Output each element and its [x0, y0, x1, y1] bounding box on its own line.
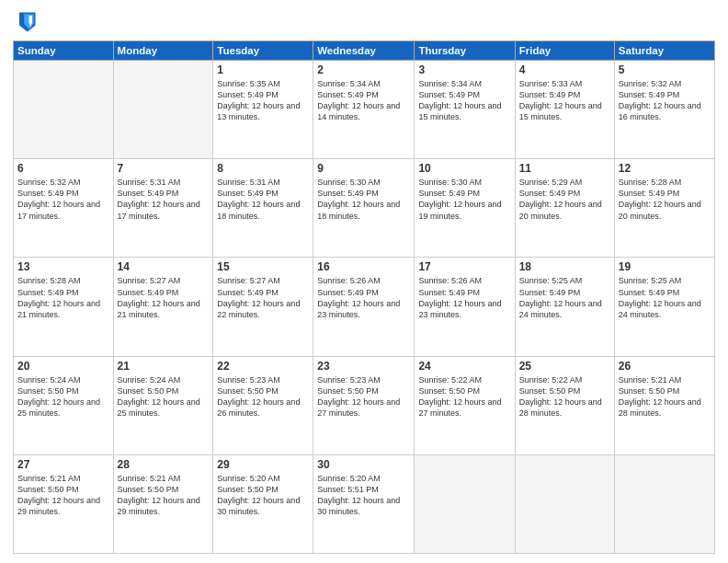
day-number: 1	[217, 63, 309, 76]
day-info: Sunrise: 5:33 AM Sunset: 5:49 PM Dayligh…	[519, 78, 610, 123]
day-number: 3	[418, 63, 510, 76]
calendar-cell: 25Sunrise: 5:22 AM Sunset: 5:50 PM Dayli…	[515, 356, 614, 454]
day-number: 27	[17, 458, 109, 471]
calendar-cell: 6Sunrise: 5:32 AM Sunset: 5:49 PM Daylig…	[14, 159, 114, 258]
day-number: 10	[418, 162, 510, 175]
day-info: Sunrise: 5:23 AM Sunset: 5:50 PM Dayligh…	[217, 374, 309, 419]
generalblue-icon	[13, 9, 39, 35]
day-number: 19	[619, 260, 711, 273]
week-row-5: 27Sunrise: 5:21 AM Sunset: 5:50 PM Dayli…	[14, 454, 715, 553]
day-info: Sunrise: 5:28 AM Sunset: 5:49 PM Dayligh…	[17, 275, 109, 320]
week-row-3: 13Sunrise: 5:28 AM Sunset: 5:49 PM Dayli…	[14, 258, 715, 356]
calendar-cell: 2Sunrise: 5:34 AM Sunset: 5:49 PM Daylig…	[313, 61, 415, 159]
calendar-cell: 24Sunrise: 5:22 AM Sunset: 5:50 PM Dayli…	[415, 356, 515, 454]
page: SundayMondayTuesdayWednesdayThursdayFrid…	[0, 0, 728, 563]
day-number: 30	[317, 458, 410, 471]
day-number: 13	[17, 260, 109, 273]
calendar-cell: 28Sunrise: 5:21 AM Sunset: 5:50 PM Dayli…	[113, 454, 213, 553]
day-info: Sunrise: 5:32 AM Sunset: 5:49 PM Dayligh…	[619, 78, 711, 123]
calendar-cell: 21Sunrise: 5:24 AM Sunset: 5:50 PM Dayli…	[113, 356, 213, 454]
day-info: Sunrise: 5:28 AM Sunset: 5:49 PM Dayligh…	[619, 177, 711, 222]
day-number: 14	[118, 260, 210, 273]
day-info: Sunrise: 5:21 AM Sunset: 5:50 PM Dayligh…	[118, 473, 210, 518]
calendar-cell: 22Sunrise: 5:23 AM Sunset: 5:50 PM Dayli…	[213, 356, 313, 454]
day-number: 21	[118, 360, 210, 373]
day-info: Sunrise: 5:24 AM Sunset: 5:50 PM Dayligh…	[118, 374, 210, 419]
day-info: Sunrise: 5:22 AM Sunset: 5:50 PM Dayligh…	[519, 374, 610, 419]
calendar-cell: 30Sunrise: 5:20 AM Sunset: 5:51 PM Dayli…	[313, 454, 415, 553]
calendar-cell: 8Sunrise: 5:31 AM Sunset: 5:49 PM Daylig…	[213, 159, 313, 258]
day-number: 5	[619, 63, 711, 76]
week-row-1: 1Sunrise: 5:35 AM Sunset: 5:49 PM Daylig…	[14, 61, 715, 159]
col-header-thursday: Thursday	[415, 41, 515, 61]
day-info: Sunrise: 5:31 AM Sunset: 5:49 PM Dayligh…	[217, 177, 309, 222]
day-info: Sunrise: 5:23 AM Sunset: 5:50 PM Dayligh…	[317, 374, 410, 419]
calendar-cell	[14, 61, 114, 159]
calendar-cell: 14Sunrise: 5:27 AM Sunset: 5:49 PM Dayli…	[113, 258, 213, 356]
calendar-cell: 1Sunrise: 5:35 AM Sunset: 5:49 PM Daylig…	[213, 61, 313, 159]
calendar-cell: 10Sunrise: 5:30 AM Sunset: 5:49 PM Dayli…	[415, 159, 515, 258]
day-info: Sunrise: 5:34 AM Sunset: 5:49 PM Dayligh…	[418, 78, 510, 123]
calendar-cell: 20Sunrise: 5:24 AM Sunset: 5:50 PM Dayli…	[14, 356, 114, 454]
calendar-cell: 16Sunrise: 5:26 AM Sunset: 5:49 PM Dayli…	[313, 258, 415, 356]
day-number: 15	[217, 260, 309, 273]
day-info: Sunrise: 5:29 AM Sunset: 5:49 PM Dayligh…	[519, 177, 610, 222]
calendar-cell	[113, 61, 213, 159]
day-info: Sunrise: 5:30 AM Sunset: 5:49 PM Dayligh…	[418, 177, 510, 222]
day-number: 23	[317, 360, 410, 373]
day-info: Sunrise: 5:32 AM Sunset: 5:49 PM Dayligh…	[17, 177, 109, 222]
day-info: Sunrise: 5:21 AM Sunset: 5:50 PM Dayligh…	[619, 374, 711, 419]
week-row-4: 20Sunrise: 5:24 AM Sunset: 5:50 PM Dayli…	[14, 356, 715, 454]
calendar-table: SundayMondayTuesdayWednesdayThursdayFrid…	[13, 40, 715, 554]
day-number: 4	[519, 63, 610, 76]
day-number: 6	[17, 162, 109, 175]
day-info: Sunrise: 5:20 AM Sunset: 5:50 PM Dayligh…	[217, 473, 309, 518]
day-number: 17	[418, 260, 510, 273]
day-number: 2	[317, 63, 410, 76]
col-header-friday: Friday	[515, 41, 614, 61]
day-info: Sunrise: 5:34 AM Sunset: 5:49 PM Dayligh…	[317, 78, 410, 123]
day-number: 29	[217, 458, 309, 471]
calendar-cell: 9Sunrise: 5:30 AM Sunset: 5:49 PM Daylig…	[313, 159, 415, 258]
day-info: Sunrise: 5:26 AM Sunset: 5:49 PM Dayligh…	[317, 275, 410, 320]
calendar-cell: 17Sunrise: 5:26 AM Sunset: 5:49 PM Dayli…	[415, 258, 515, 356]
logo	[13, 9, 42, 35]
day-number: 9	[317, 162, 410, 175]
calendar-header-row: SundayMondayTuesdayWednesdayThursdayFrid…	[14, 41, 715, 61]
col-header-saturday: Saturday	[614, 41, 714, 61]
calendar-cell	[415, 454, 515, 553]
calendar-cell: 12Sunrise: 5:28 AM Sunset: 5:49 PM Dayli…	[614, 159, 714, 258]
day-number: 12	[619, 162, 711, 175]
day-info: Sunrise: 5:31 AM Sunset: 5:49 PM Dayligh…	[118, 177, 210, 222]
day-number: 18	[519, 260, 610, 273]
calendar-cell: 27Sunrise: 5:21 AM Sunset: 5:50 PM Dayli…	[14, 454, 114, 553]
day-number: 25	[519, 360, 610, 373]
col-header-monday: Monday	[113, 41, 213, 61]
day-number: 22	[217, 360, 309, 373]
calendar-cell	[614, 454, 714, 553]
header	[13, 9, 715, 35]
calendar-cell: 3Sunrise: 5:34 AM Sunset: 5:49 PM Daylig…	[415, 61, 515, 159]
col-header-sunday: Sunday	[14, 41, 114, 61]
day-number: 20	[17, 360, 109, 373]
day-info: Sunrise: 5:20 AM Sunset: 5:51 PM Dayligh…	[317, 473, 410, 518]
day-number: 26	[619, 360, 711, 373]
calendar-cell: 7Sunrise: 5:31 AM Sunset: 5:49 PM Daylig…	[113, 159, 213, 258]
day-number: 11	[519, 162, 610, 175]
day-number: 28	[118, 458, 210, 471]
calendar-cell: 5Sunrise: 5:32 AM Sunset: 5:49 PM Daylig…	[614, 61, 714, 159]
col-header-tuesday: Tuesday	[213, 41, 313, 61]
day-number: 7	[118, 162, 210, 175]
day-number: 8	[217, 162, 309, 175]
calendar-cell: 29Sunrise: 5:20 AM Sunset: 5:50 PM Dayli…	[213, 454, 313, 553]
day-info: Sunrise: 5:27 AM Sunset: 5:49 PM Dayligh…	[118, 275, 210, 320]
week-row-2: 6Sunrise: 5:32 AM Sunset: 5:49 PM Daylig…	[14, 159, 715, 258]
calendar-cell	[515, 454, 614, 553]
day-info: Sunrise: 5:35 AM Sunset: 5:49 PM Dayligh…	[217, 78, 309, 123]
day-info: Sunrise: 5:30 AM Sunset: 5:49 PM Dayligh…	[317, 177, 410, 222]
calendar-cell: 23Sunrise: 5:23 AM Sunset: 5:50 PM Dayli…	[313, 356, 415, 454]
day-info: Sunrise: 5:27 AM Sunset: 5:49 PM Dayligh…	[217, 275, 309, 320]
calendar-cell: 18Sunrise: 5:25 AM Sunset: 5:49 PM Dayli…	[515, 258, 614, 356]
day-info: Sunrise: 5:26 AM Sunset: 5:49 PM Dayligh…	[418, 275, 510, 320]
calendar-cell: 15Sunrise: 5:27 AM Sunset: 5:49 PM Dayli…	[213, 258, 313, 356]
